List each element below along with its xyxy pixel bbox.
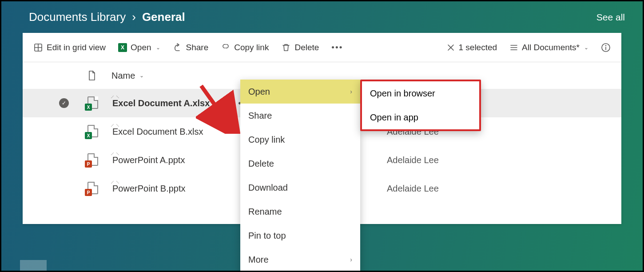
copy-link-button[interactable]: Copy link [221,43,269,52]
excel-icon: X [118,43,127,52]
chevron-right-icon: › [350,88,352,95]
delete-button[interactable]: Delete [281,43,319,52]
copy-link-label: Copy link [234,43,269,52]
context-menu-more-label: More [248,255,269,265]
modified-by: Adelaide Lee [387,184,439,194]
breadcrumb-parent[interactable]: Documents Library [29,10,126,24]
context-menu-delete[interactable]: Delete [240,152,360,176]
open-in-app-label: Open in app [370,112,418,123]
context-menu-download[interactable]: Download [240,176,360,200]
excel-file-icon: X [87,96,99,110]
selected-count-label: 1 selected [458,43,497,52]
open-in-browser-label: Open in browser [370,88,435,99]
info-button[interactable] [601,43,611,52]
powerpoint-file-icon: P [87,182,99,195]
context-menu-open-label: Open [248,87,270,97]
context-menu-pin-label: Pin to top [248,231,286,241]
trash-icon [281,43,291,52]
file-name[interactable]: Excel Document A.xlsx [112,98,210,108]
powerpoint-file-icon: P [87,153,99,167]
file-icon [87,70,96,81]
link-icon [221,43,231,52]
context-menu-rename[interactable]: Rename [240,200,360,224]
context-menu-share[interactable]: Share [240,104,360,128]
context-menu-delete-label: Delete [248,159,274,169]
context-menu-rename-label: Rename [248,207,282,217]
x-icon [447,44,455,52]
info-icon [601,43,611,52]
share-label: Share [186,43,209,52]
new-indicator-icon: ⟋⟍ [110,94,120,100]
context-menu-pin[interactable]: Pin to top [240,224,360,248]
open-button[interactable]: X Open ⌄ [118,43,160,52]
edit-in-grid-button[interactable]: Edit in grid view [33,43,106,52]
grid-icon [33,43,43,52]
svg-point-10 [606,45,606,46]
chevron-down-icon: ⌄ [139,72,144,79]
open-in-app[interactable]: Open in app [362,105,479,129]
ellipsis-icon: ••• [331,43,343,52]
edit-in-grid-label: Edit in grid view [47,43,106,52]
chevron-down-icon: ⌄ [584,44,588,51]
share-icon[interactable] [219,97,228,109]
file-name[interactable]: Excel Document B.xlsx [112,127,203,137]
context-menu-open[interactable]: Open › [240,80,360,104]
excel-file-icon: X [87,125,99,138]
chevron-right-icon: › [350,256,352,263]
clear-selection-button[interactable]: 1 selected [447,43,497,52]
view-selector-button[interactable]: All Documents* ⌄ [509,43,588,52]
name-column-header[interactable]: Name ⌄ [111,71,144,81]
new-indicator-icon: ⟋⟍ [110,151,120,157]
breadcrumb: Documents Library › General [29,10,185,24]
modified-by: Adelaide Lee [387,155,439,165]
bottom-tab [20,260,47,271]
name-column-label: Name [111,71,135,81]
file-name[interactable]: PowerPoint A.pptx [112,155,185,165]
new-indicator-icon: ⟋⟍ [110,122,120,128]
share-icon [173,43,183,52]
chevron-down-icon: ⌄ [156,44,160,51]
context-menu-copy-link-label: Copy link [248,135,285,145]
chevron-right-icon: › [132,10,136,24]
new-indicator-icon: ⟋⟍ [110,179,120,185]
breadcrumb-current: General [142,10,185,24]
list-icon [509,43,518,52]
file-name[interactable]: PowerPoint B.pptx [112,184,186,194]
selection-check-icon[interactable]: ✓ [59,98,69,108]
open-submenu: Open in browser Open in app [360,80,481,131]
open-label: Open [131,43,151,52]
context-menu: Open › Share Copy link Delete Download R… [240,80,360,272]
context-menu-share-label: Share [248,111,272,121]
view-label: All Documents* [522,43,580,52]
more-commands-button[interactable]: ••• [331,43,343,52]
open-in-browser[interactable]: Open in browser [362,81,479,105]
context-menu-download-label: Download [248,183,288,193]
command-bar: Edit in grid view X Open ⌄ Share Copy li… [23,33,621,62]
context-menu-copy-link[interactable]: Copy link [240,128,360,152]
delete-label: Delete [294,43,319,52]
see-all-link[interactable]: See all [596,12,625,23]
context-menu-more[interactable]: More › [240,248,360,272]
share-button[interactable]: Share [173,43,209,52]
